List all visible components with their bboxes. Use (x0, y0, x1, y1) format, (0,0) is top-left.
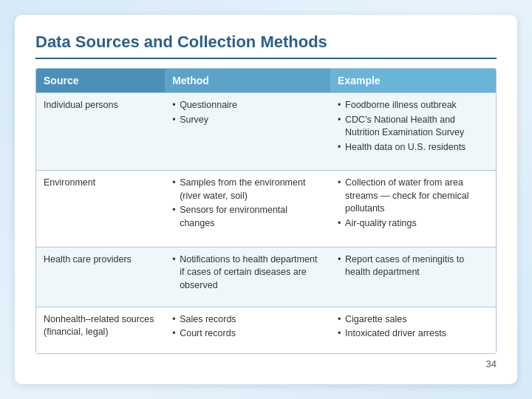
cell-example: Collection of water from area streams — … (330, 171, 496, 247)
data-table-wrapper: Source Method Example Individual persons… (35, 68, 497, 354)
cell-method: Samples from the environment (river wate… (165, 171, 330, 247)
method-item: Survey (172, 114, 323, 127)
slide: Data Sources and Collection Methods Sour… (15, 15, 517, 384)
method-item: Questionnaire (172, 99, 323, 112)
cell-example: Foodborne illness outbreakCDC's National… (330, 93, 496, 171)
method-item: Court records (172, 327, 323, 341)
cell-source: Nonhealth–related sources (financial, le… (36, 307, 165, 353)
page-number: 34 (35, 358, 497, 369)
method-item: Notifications to health department if ca… (172, 253, 323, 293)
cell-example: Cigarette salesIntoxicated driver arrest… (330, 307, 496, 353)
example-item: Foodborne illness outbreak (338, 99, 488, 112)
cell-source: Individual persons (36, 93, 165, 171)
example-item: Collection of water from area streams — … (338, 177, 488, 216)
cell-method: Sales recordsCourt records (165, 307, 330, 353)
slide-title: Data Sources and Collection Methods (35, 33, 497, 59)
example-item: Health data on U.S. residents (338, 141, 488, 154)
data-sources-table: Source Method Example Individual persons… (36, 69, 496, 353)
example-item: Intoxicated driver arrests (338, 327, 488, 341)
method-item: Samples from the environment (river wate… (172, 177, 323, 202)
example-item: Cigarette sales (338, 313, 488, 327)
table-row: Nonhealth–related sources (financial, le… (36, 307, 496, 353)
header-example: Example (330, 69, 496, 93)
header-method: Method (165, 69, 330, 93)
example-item: CDC's National Health and Nutrition Exam… (338, 114, 488, 140)
method-item: Sales records (172, 313, 323, 327)
header-source: Source (36, 69, 165, 93)
cell-method: Notifications to health department if ca… (165, 247, 330, 307)
example-item: Air-quality ratings (338, 217, 488, 231)
method-item: Sensors for environmental changes (172, 204, 323, 230)
table-row: EnvironmentSamples from the environment … (36, 171, 496, 247)
cell-source: Environment (36, 171, 165, 247)
table-row: Individual personsQuestionnaireSurveyFoo… (36, 93, 496, 171)
example-item: Report cases of meningitis to health dep… (338, 253, 488, 279)
table-row: Health care providersNotifications to he… (36, 247, 496, 307)
cell-example: Report cases of meningitis to health dep… (330, 247, 496, 307)
cell-source: Health care providers (36, 247, 165, 307)
cell-method: QuestionnaireSurvey (165, 93, 330, 171)
